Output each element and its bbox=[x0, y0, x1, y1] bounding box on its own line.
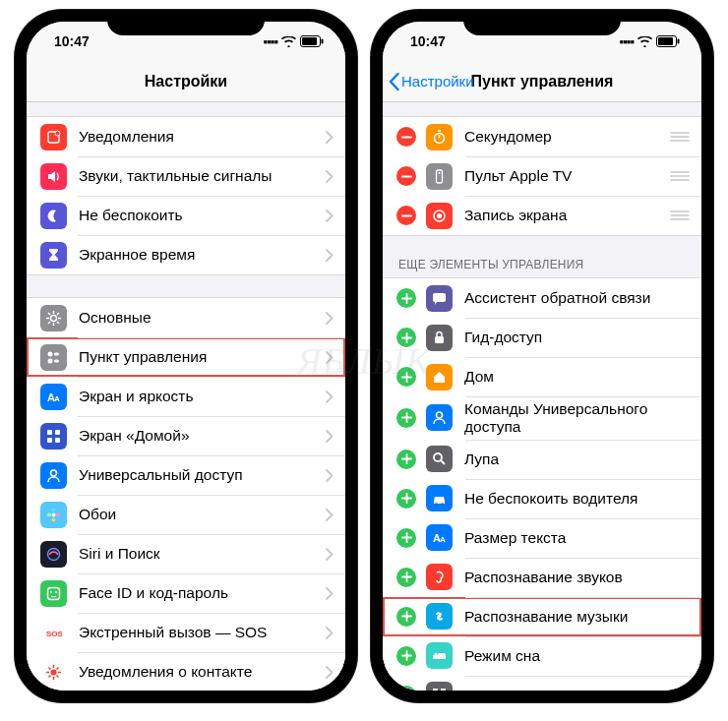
section-header: ЕЩЕ ЭЛЕМЕНТЫ УПРАВЛЕНИЯ bbox=[383, 258, 701, 277]
back-button[interactable]: Настройки bbox=[389, 73, 474, 90]
row-label: Универсальный доступ bbox=[79, 466, 326, 484]
more-control-row[interactable]: Лупа bbox=[383, 440, 701, 479]
chevron-right-icon bbox=[326, 509, 334, 521]
qr-icon bbox=[426, 682, 453, 691]
add-button[interactable] bbox=[396, 686, 416, 691]
row-label: Распознавание музыки bbox=[464, 608, 690, 626]
more-control-row[interactable]: AAРазмер текста bbox=[383, 518, 701, 558]
content-left[interactable]: УведомленияЗвуки, тактильные сигналыНе б… bbox=[27, 102, 345, 691]
add-button[interactable] bbox=[396, 646, 416, 666]
text-icon: AA bbox=[40, 384, 67, 410]
add-button[interactable] bbox=[396, 607, 416, 627]
signal-icon: ▪▪▪▪ bbox=[264, 34, 277, 49]
included-control-row[interactable]: Секундомер bbox=[383, 117, 701, 156]
svg-rect-39 bbox=[433, 293, 446, 302]
add-button[interactable] bbox=[396, 328, 416, 347]
svg-point-8 bbox=[48, 358, 53, 363]
hourglass-icon bbox=[40, 242, 67, 269]
more-control-row[interactable]: Сканер QR-кода bbox=[383, 676, 701, 691]
remove-button[interactable] bbox=[396, 166, 416, 186]
included-control-row[interactable]: Запись экрана bbox=[383, 196, 701, 235]
svg-rect-2 bbox=[322, 39, 324, 44]
lock-icon bbox=[426, 325, 453, 351]
row-label: Не беспокоить водителя bbox=[464, 490, 690, 508]
more-control-row[interactable]: Распознавание звуков bbox=[383, 558, 701, 597]
nav-bar: Настройки Пункт управления bbox=[383, 61, 701, 102]
add-button[interactable] bbox=[396, 288, 416, 308]
svg-point-36 bbox=[439, 172, 441, 174]
sound-icon bbox=[40, 163, 67, 190]
battery-icon bbox=[656, 35, 680, 47]
settings-row[interactable]: Обои bbox=[27, 495, 345, 534]
chevron-right-icon bbox=[326, 312, 334, 325]
page-title: Настройки bbox=[145, 73, 227, 90]
wifi-icon bbox=[281, 36, 296, 47]
add-button[interactable] bbox=[396, 367, 416, 387]
drag-handle-icon[interactable] bbox=[670, 210, 690, 220]
content-right[interactable]: СекундомерПульт Apple TVЗапись экранаЕЩЕ… bbox=[383, 102, 701, 691]
svg-rect-1 bbox=[302, 37, 317, 45]
settings-row[interactable]: Экранное время bbox=[27, 235, 345, 274]
svg-point-16 bbox=[51, 470, 57, 476]
more-control-row[interactable]: Гид-доступ bbox=[383, 318, 701, 357]
remote-icon bbox=[426, 163, 453, 190]
chevron-right-icon bbox=[326, 170, 334, 183]
svg-text:SOS: SOS bbox=[46, 630, 62, 638]
add-button[interactable] bbox=[396, 489, 416, 509]
chevron-right-icon bbox=[326, 627, 334, 639]
settings-row[interactable]: Звуки, тактильные сигналы bbox=[27, 156, 345, 196]
svg-rect-51 bbox=[433, 689, 438, 691]
settings-row[interactable]: Siri и Поиск bbox=[27, 534, 345, 573]
svg-point-18 bbox=[52, 508, 56, 511]
more-control-row[interactable]: Не беспокоить водителя bbox=[383, 479, 701, 518]
status-time: 10:47 bbox=[54, 33, 90, 49]
svg-rect-23 bbox=[48, 587, 60, 599]
settings-row[interactable]: Уведомления о контакте bbox=[27, 652, 345, 691]
settings-row[interactable]: Универсальный доступ bbox=[27, 455, 345, 495]
row-label: Основные bbox=[79, 309, 326, 327]
settings-row[interactable]: Основные bbox=[27, 298, 345, 337]
flower-icon bbox=[40, 502, 67, 528]
screen-left: 10:47 ▪▪▪▪ Настройки УведомленияЗвуки, т… bbox=[27, 22, 345, 691]
row-label: Уведомления bbox=[79, 128, 326, 146]
settings-row[interactable]: Face ID и код-пароль bbox=[27, 573, 345, 613]
settings-row[interactable]: SOSЭкстренный вызов — SOS bbox=[27, 613, 345, 652]
settings-row[interactable]: Не беспокоить bbox=[27, 196, 345, 235]
settings-row[interactable]: Уведомления bbox=[27, 117, 345, 156]
add-button[interactable] bbox=[396, 568, 416, 587]
drag-handle-icon[interactable] bbox=[670, 171, 690, 181]
more-control-row[interactable]: Дом bbox=[383, 357, 701, 396]
included-control-row[interactable]: Пульт Apple TV bbox=[383, 156, 701, 196]
remove-button[interactable] bbox=[396, 127, 416, 147]
moon-icon bbox=[40, 203, 67, 229]
remove-button[interactable] bbox=[396, 206, 416, 225]
more-control-row[interactable]: Команды Универсального доступа bbox=[383, 396, 701, 440]
row-label: Звуки, тактильные сигналы bbox=[79, 167, 326, 185]
wifi-icon bbox=[637, 36, 652, 47]
more-control-row[interactable]: Режим сна bbox=[383, 636, 701, 676]
mag-icon bbox=[426, 446, 453, 472]
settings-row[interactable]: Пункт управления bbox=[27, 337, 345, 377]
chevron-right-icon bbox=[326, 351, 334, 364]
record-icon bbox=[426, 203, 453, 229]
home-icon bbox=[426, 364, 453, 391]
add-button[interactable] bbox=[396, 450, 416, 469]
battery-icon bbox=[300, 35, 324, 47]
row-label: Дом bbox=[464, 368, 690, 386]
svg-text:A: A bbox=[440, 535, 446, 544]
more-control-row[interactable]: Ассистент обратной связи bbox=[383, 278, 701, 318]
notch bbox=[463, 10, 621, 35]
row-label: Уведомления о контакте bbox=[79, 663, 326, 681]
status-indicators: ▪▪▪▪ bbox=[620, 34, 680, 49]
svg-rect-35 bbox=[437, 170, 443, 183]
settings-row[interactable]: AAЭкран и яркость bbox=[27, 377, 345, 416]
svg-point-21 bbox=[47, 512, 51, 516]
chevron-right-icon bbox=[326, 666, 334, 679]
add-button[interactable] bbox=[396, 528, 416, 548]
settings-row[interactable]: Экран «Домой» bbox=[27, 416, 345, 455]
row-label: Лупа bbox=[464, 451, 690, 468]
drag-handle-icon[interactable] bbox=[670, 132, 690, 142]
svg-text:A: A bbox=[54, 394, 60, 403]
more-control-row[interactable]: Распознавание музыки bbox=[383, 597, 701, 636]
add-button[interactable] bbox=[396, 408, 416, 428]
